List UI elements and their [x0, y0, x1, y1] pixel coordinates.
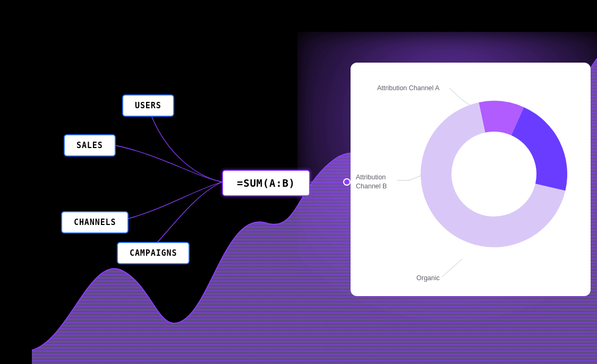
tag-campaigns-label: CAMPAIGNS: [130, 248, 177, 258]
tag-users: USERS: [122, 94, 174, 117]
donut-chart: [414, 94, 574, 254]
tag-sales-label: SALES: [76, 141, 103, 150]
connector-dot-icon: [344, 179, 349, 185]
donut-segments: [421, 101, 567, 247]
label-channel-b-text: Attribution Channel B: [356, 174, 387, 190]
donut-card: Attribution Channel A Attribution Channe…: [351, 63, 591, 296]
tag-channels: CHANNELS: [61, 211, 129, 233]
label-organic: Organic: [416, 274, 440, 283]
formula-pill: =SUM(A:B): [222, 170, 310, 196]
tag-campaigns: CAMPAIGNS: [117, 242, 190, 264]
label-channel-a: Attribution Channel A: [377, 84, 439, 93]
diagram-stage: USERS SALES CHANNELS CAMPAIGNS =SUM(A:B)…: [0, 0, 597, 364]
donut-segment: [511, 107, 567, 191]
formula-text: =SUM(A:B): [237, 177, 295, 189]
tag-channels-label: CHANNELS: [74, 218, 116, 227]
label-channel-b: Attribution Channel B: [356, 173, 398, 191]
tag-sales: SALES: [64, 134, 116, 157]
tag-users-label: USERS: [135, 101, 161, 110]
